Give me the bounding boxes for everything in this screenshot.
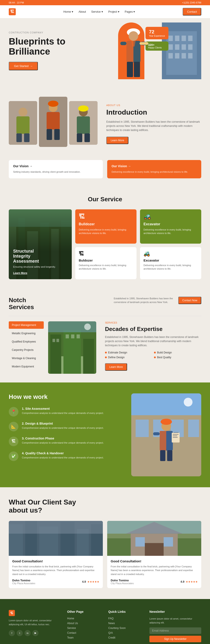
top-bar: 08:44 - 10 PM +1(20) 2345-6788: [0, 0, 210, 5]
notch-title: NotchServices: [9, 297, 34, 311]
social-youtube[interactable]: ▶: [32, 630, 39, 636]
bullet-dot-3: [105, 356, 107, 358]
svg-rect-14: [182, 36, 186, 41]
step-4-desc: Comprehensive analysis to understand the…: [22, 456, 104, 460]
testimonial-author-1: Dohn Tomino City Plaza Associates 4.9 ★★…: [12, 579, 99, 584]
notch-expertise-title: Decades of Expertise: [105, 326, 201, 332]
footer-link-faq[interactable]: FAQ: [108, 617, 143, 620]
svg-rect-40: [84, 134, 90, 142]
testimonial-body-1: Good Consultation! From the initial cons…: [9, 556, 103, 588]
svg-rect-79: [173, 437, 178, 438]
bullet-define-design: Define Design: [105, 356, 152, 359]
services-section: Our Service: [0, 187, 210, 288]
step-1-text: 1. Site Assessment Comprehensive analysi…: [22, 407, 104, 415]
how-worker-image: [131, 394, 201, 476]
vision-1-title: Our Vision →: [13, 164, 98, 168]
svg-rect-33: [47, 129, 52, 140]
service-bulldozer-white: 🏗 Buldozer Delivering excellence in ever…: [75, 247, 137, 279]
testimonial-img-2: [107, 521, 201, 556]
service-excavator-green: 🚜 Excavator Delivering excellence in eve…: [140, 209, 201, 244]
social-twitter[interactable]: t: [17, 630, 23, 636]
footer-link-credit[interactable]: Credit: [108, 636, 143, 639]
excavator-desc-1: Delivering excellence in every build, br…: [144, 228, 198, 235]
notch-expertise: SERVICES Decades of Expertise Establishe…: [101, 321, 201, 374]
nav-project[interactable]: Project ▾: [108, 10, 120, 13]
notch-header-right: Established in 1995, Stonehaven Builders…: [114, 297, 201, 304]
svg-rect-17: [175, 44, 179, 50]
nav-pages[interactable]: Pages ▾: [125, 10, 135, 13]
service-big-content: StructuralIntegrityAssessment Ensuring s…: [13, 249, 67, 275]
contact-now-button[interactable]: Contact Now: [178, 297, 201, 304]
footer-link-service[interactable]: Service: [67, 626, 102, 630]
step-1-icon: 📍: [9, 407, 18, 416]
svg-rect-59: [77, 334, 80, 338]
service-big-learn-more[interactable]: Learn More: [13, 272, 27, 275]
nav-about[interactable]: About: [78, 10, 86, 13]
vision-card-2: Our Vision → Delivering excellence in ev…: [107, 160, 201, 178]
step-4-title: 4. Quality Check & Handover: [22, 452, 104, 455]
hero-worker-figure: [114, 20, 153, 82]
footer-link-contact[interactable]: Contact: [67, 631, 102, 634]
testimonial-title-2: Good Consultation!: [111, 559, 198, 563]
newsletter-email-input[interactable]: [149, 628, 201, 634]
how-step-2: 📐 2. Design & Blueprint Comprehensive an…: [9, 422, 123, 431]
svg-rect-23: [188, 53, 192, 58]
notch-learn-button[interactable]: Learn More: [105, 363, 127, 371]
svg-rect-77: [173, 434, 178, 435]
footer-link-about[interactable]: About Us: [67, 622, 102, 625]
footer-link-coming-soon[interactable]: Courtesy Soon: [108, 626, 143, 630]
svg-rect-4: [120, 42, 127, 45]
svg-rect-8: [134, 62, 140, 77]
notch-menu-modern-equip[interactable]: Modern Equipment: [9, 363, 44, 370]
hero-cta-button[interactable]: Get Started →: [9, 62, 38, 70]
top-bar-time: 08:44 - 10 PM: [9, 1, 24, 4]
notch-menu-carpentry[interactable]: Carpentry Projects: [9, 346, 44, 354]
footer-socials: f t in ▶: [9, 630, 61, 636]
step-1-desc: Comprehensive analysis to understand the…: [22, 411, 104, 415]
notch-menu-wontage[interactable]: Wontage & Cleaning: [9, 354, 44, 362]
footer-newsletter-col: Newsletter Lorem ipsum dolor sit amet, c…: [149, 610, 201, 642]
how-title: How we work: [9, 394, 123, 400]
nav-home[interactable]: Home ▾: [63, 10, 73, 13]
excavator-desc-2: Delivering excellence in every build, br…: [144, 264, 198, 271]
footer-quick-links-col: Quick Links FAQ News Courtesy Soon Q/A C…: [108, 610, 143, 642]
svg-rect-26: [16, 116, 30, 134]
svg-point-31: [48, 101, 58, 107]
testimonials-title: What Our Client Sayabout us?: [9, 498, 201, 514]
footer-link-team[interactable]: Team: [67, 636, 102, 639]
hero-section: CONTRUCTION COMPANY Blueprints to Brilli…: [0, 18, 210, 88]
about-title: Introduction: [106, 108, 201, 116]
notch-menu-project-mgmt[interactable]: Project Management: [9, 321, 44, 329]
footer-link-news[interactable]: News: [108, 622, 143, 625]
about-worker-2: [39, 97, 67, 147]
social-linkedin[interactable]: in: [25, 630, 31, 636]
svg-rect-54: [83, 339, 94, 374]
footer-newsletter-desc: Lorem ipsum dolor sit amet, consectetur …: [149, 617, 201, 624]
svg-rect-13: [175, 36, 179, 41]
author-company-2: City Plaza Associates: [111, 582, 134, 584]
footer-link-home[interactable]: Home: [67, 617, 102, 620]
top-bar-phone: +1(20) 2345-6788: [182, 1, 201, 4]
newsletter-submit-button[interactable]: Sign Up Newsletter: [149, 636, 201, 642]
notch-menu-metallic-eng[interactable]: Metallic Engineering: [9, 330, 44, 337]
nav-service[interactable]: Service ▾: [91, 10, 103, 13]
footer: 🏗 Lorem ipsum dolor sit amet, consectetu…: [0, 599, 210, 644]
logo-icon: 🏗: [9, 8, 16, 15]
footer-link-qa[interactable]: Q/A: [108, 631, 143, 634]
vision-section: Our Vision → Setting industry standards,…: [0, 160, 210, 187]
contact-button[interactable]: Contact: [183, 8, 201, 16]
about-learn-more-button[interactable]: Learn More: [106, 137, 128, 144]
about-text: ABOUT US Introduction Established in 199…: [106, 104, 201, 144]
services-big-card: StructuralIntegrityAssessment Ensuring s…: [9, 209, 72, 279]
bullet-dot-4: [154, 356, 156, 358]
footer-newsletter-title: Newsletter: [149, 610, 201, 614]
notch-menu-qualified-emp[interactable]: Qualified Employees: [9, 338, 44, 345]
footer-company-col: 🏗 Lorem ipsum dolor sit amet, consectetu…: [9, 610, 61, 642]
bulldozer-desc: Delivering excellence in every build, br…: [79, 228, 133, 235]
social-facebook[interactable]: f: [9, 630, 15, 636]
excavator-title-2: Excavator: [144, 258, 198, 262]
stars-1: ★★★★★: [87, 580, 99, 583]
svg-point-1: [129, 31, 138, 41]
svg-point-37: [78, 106, 89, 112]
svg-rect-55: [53, 339, 55, 342]
